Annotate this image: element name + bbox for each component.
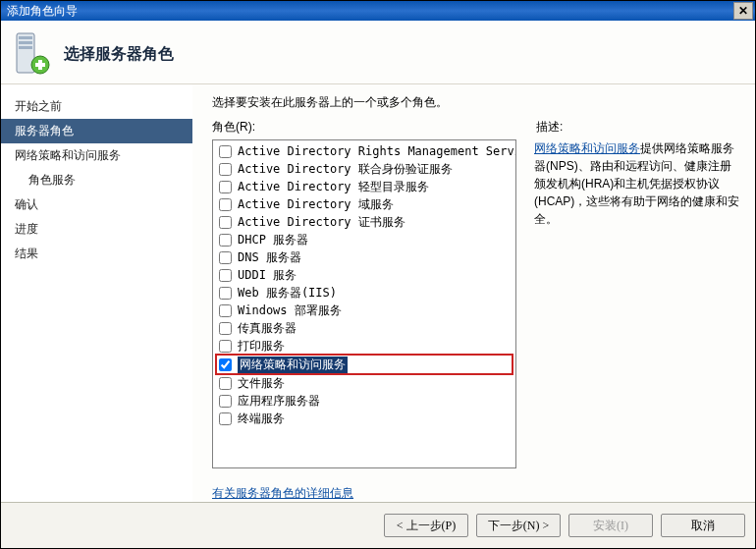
- page-title: 选择服务器角色: [64, 44, 174, 65]
- role-checkbox[interactable]: [219, 251, 232, 264]
- svg-rect-3: [19, 46, 32, 49]
- role-label: Active Directory Rights Management Servi…: [238, 144, 516, 158]
- window-title: 添加角色向导: [7, 3, 78, 20]
- sidebar-item-nps[interactable]: 网络策略和访问服务: [1, 143, 192, 168]
- role-row[interactable]: 打印服务: [215, 337, 513, 355]
- header: 选择服务器角色: [1, 21, 755, 84]
- svg-rect-6: [35, 63, 45, 67]
- svg-rect-2: [19, 41, 32, 44]
- role-row[interactable]: Active Directory 轻型目录服务: [215, 178, 513, 195]
- role-label: Active Directory 联合身份验证服务: [238, 161, 453, 178]
- sidebar-item-server-roles[interactable]: 服务器角色: [1, 119, 192, 143]
- roles-label: 角色(R):: [212, 119, 536, 136]
- cancel-button[interactable]: 取消: [661, 514, 745, 537]
- body: 开始之前 服务器角色 网络策略和访问服务 角色服务 确认 进度 结果 选择要安装…: [1, 84, 755, 502]
- role-label: Active Directory 域服务: [238, 196, 394, 213]
- role-label: Active Directory 证书服务: [238, 214, 405, 231]
- description-box: 网络策略和访问服务提供网络策略服务器(NPS)、路由和远程访问、健康注册颁发机构…: [516, 139, 747, 477]
- role-label: 传真服务器: [238, 320, 297, 337]
- next-button[interactable]: 下一步(N) >: [476, 514, 561, 537]
- role-label: UDDI 服务: [238, 267, 297, 284]
- role-checkbox[interactable]: [219, 216, 232, 229]
- role-checkbox[interactable]: [219, 287, 232, 300]
- role-checkbox[interactable]: [219, 145, 232, 158]
- role-row[interactable]: Windows 部署服务: [215, 302, 513, 319]
- sidebar-item-before-begin[interactable]: 开始之前: [1, 94, 192, 119]
- role-checkbox[interactable]: [219, 304, 232, 317]
- role-label: Active Directory 轻型目录服务: [238, 179, 429, 195]
- role-checkbox[interactable]: [219, 395, 232, 408]
- sidebar-item-confirm[interactable]: 确认: [1, 192, 192, 217]
- role-checkbox[interactable]: [219, 322, 232, 335]
- role-checkbox[interactable]: [219, 269, 232, 282]
- role-checkbox[interactable]: [219, 340, 232, 353]
- titlebar: 添加角色向导 ✕: [1, 1, 755, 21]
- role-checkbox[interactable]: [219, 181, 232, 193]
- role-row[interactable]: 应用程序服务器: [215, 392, 513, 410]
- server-icon: [11, 31, 50, 77]
- main-panel: 选择要安装在此服务器上的一个或多个角色。 角色(R): 描述: Active D…: [192, 84, 755, 502]
- role-row[interactable]: Web 服务器(IIS): [215, 284, 513, 302]
- role-label: 打印服务: [238, 338, 285, 355]
- role-row[interactable]: Active Directory 证书服务: [215, 213, 513, 231]
- role-checkbox[interactable]: [219, 163, 232, 176]
- description-link[interactable]: 网络策略和访问服务: [534, 141, 640, 155]
- sidebar: 开始之前 服务器角色 网络策略和访问服务 角色服务 确认 进度 结果: [1, 84, 192, 502]
- role-checkbox[interactable]: [219, 234, 232, 247]
- role-row[interactable]: 终端服务: [215, 410, 513, 427]
- role-row[interactable]: 文件服务: [215, 374, 513, 392]
- role-row[interactable]: UDDI 服务: [215, 266, 513, 284]
- role-label: 终端服务: [238, 411, 285, 427]
- prev-button[interactable]: < 上一步(P): [384, 514, 468, 537]
- role-label: 文件服务: [238, 375, 285, 392]
- role-row[interactable]: DHCP 服务器: [215, 231, 513, 248]
- role-label: Web 服务器(IIS): [238, 285, 337, 302]
- sidebar-item-progress[interactable]: 进度: [1, 217, 192, 242]
- content-row: Active Directory Rights Management Servi…: [212, 139, 747, 477]
- description-label: 描述:: [536, 119, 747, 136]
- role-checkbox[interactable]: [219, 358, 232, 371]
- roles-listbox[interactable]: Active Directory Rights Management Servi…: [212, 139, 516, 468]
- labels-row: 角色(R): 描述:: [212, 119, 747, 139]
- role-checkbox[interactable]: [219, 412, 232, 425]
- role-row[interactable]: Active Directory Rights Management Servi…: [215, 142, 513, 160]
- instruction-text: 选择要安装在此服务器上的一个或多个角色。: [212, 94, 747, 111]
- wizard-window: 添加角色向导 ✕ 选择服务器角色 开始之前 服务器角色 网络策略和访问服务 角色…: [0, 0, 756, 549]
- role-label: 应用程序服务器: [238, 393, 320, 410]
- role-label: DHCP 服务器: [238, 232, 308, 248]
- role-label: DNS 服务器: [238, 249, 301, 266]
- footer: < 上一步(P) 下一步(N) > 安装(I) 取消: [1, 502, 755, 548]
- role-label: Windows 部署服务: [238, 302, 342, 319]
- more-info-link[interactable]: 有关服务器角色的详细信息: [212, 486, 353, 500]
- install-button[interactable]: 安装(I): [568, 514, 653, 537]
- role-row[interactable]: 传真服务器: [215, 319, 513, 337]
- sidebar-item-role-services[interactable]: 角色服务: [1, 168, 192, 192]
- sidebar-item-results[interactable]: 结果: [1, 242, 192, 266]
- role-row[interactable]: Active Directory 联合身份验证服务: [215, 160, 513, 178]
- role-checkbox[interactable]: [219, 377, 232, 390]
- role-label: 网络策略和访问服务: [238, 357, 348, 373]
- svg-rect-1: [19, 36, 32, 39]
- role-row[interactable]: DNS 服务器: [215, 248, 513, 266]
- role-checkbox[interactable]: [219, 198, 232, 211]
- role-row[interactable]: Active Directory 域服务: [215, 195, 513, 213]
- role-row[interactable]: 网络策略和访问服务: [215, 354, 513, 375]
- more-info: 有关服务器角色的详细信息: [212, 485, 747, 502]
- close-button[interactable]: ✕: [733, 2, 753, 20]
